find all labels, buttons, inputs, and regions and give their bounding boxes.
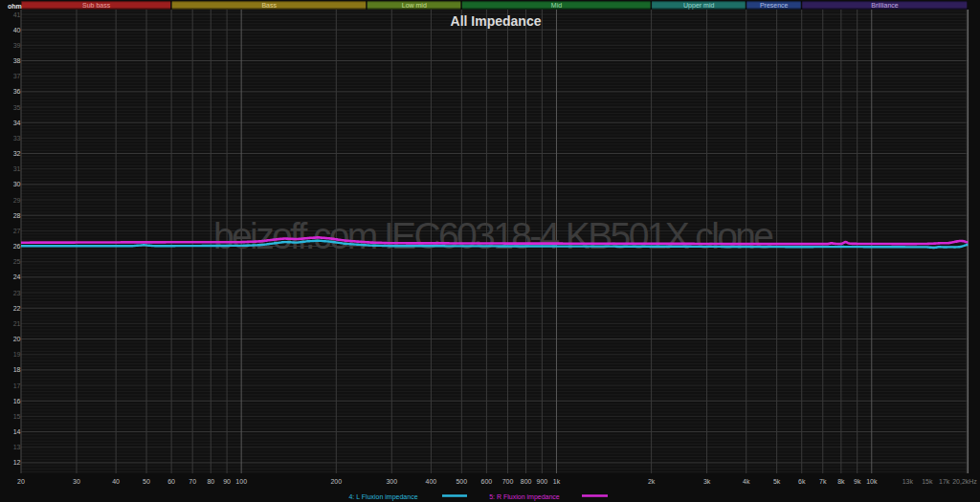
svg-text:9k: 9k [854, 478, 861, 485]
svg-text:All Impedance: All Impedance [451, 13, 542, 29]
svg-text:38: 38 [13, 57, 21, 64]
svg-text:17k: 17k [939, 478, 950, 485]
svg-text:14: 14 [13, 428, 21, 435]
svg-text:5: R Fluxion impedance: 5: R Fluxion impedance [489, 493, 560, 501]
svg-text:40: 40 [112, 478, 120, 485]
svg-text:12: 12 [13, 459, 21, 466]
svg-text:26: 26 [13, 243, 21, 250]
svg-text:700: 700 [502, 478, 514, 485]
svg-text:400: 400 [426, 478, 437, 485]
svg-text:5k: 5k [773, 478, 781, 485]
svg-text:2k: 2k [648, 478, 656, 485]
svg-text:80: 80 [207, 478, 214, 485]
svg-text:900: 900 [537, 478, 548, 485]
svg-text:24: 24 [13, 273, 21, 280]
svg-text:27: 27 [13, 228, 21, 234]
svg-text:7k: 7k [819, 478, 827, 485]
svg-text:13: 13 [13, 444, 21, 450]
svg-text:Bass: Bass [261, 2, 277, 9]
svg-text:36: 36 [13, 88, 21, 95]
svg-text:35: 35 [13, 104, 21, 111]
svg-text:13k: 13k [902, 478, 914, 485]
svg-text:37: 37 [13, 73, 21, 79]
svg-text:21: 21 [13, 320, 21, 327]
svg-text:70: 70 [189, 478, 196, 485]
svg-text:3k: 3k [703, 478, 711, 485]
svg-text:19: 19 [13, 351, 21, 358]
svg-text:33: 33 [13, 135, 21, 142]
svg-text:16: 16 [13, 398, 21, 404]
svg-text:31: 31 [13, 165, 21, 172]
svg-text:32: 32 [13, 150, 21, 157]
svg-text:41: 41 [13, 11, 21, 18]
svg-text:20,2kHz: 20,2kHz [952, 478, 977, 485]
svg-text:17: 17 [13, 382, 21, 389]
svg-text:34: 34 [13, 120, 21, 126]
svg-text:600: 600 [481, 478, 493, 485]
svg-text:500: 500 [456, 478, 467, 485]
svg-text:200: 200 [330, 478, 342, 485]
svg-text:25: 25 [13, 258, 21, 265]
svg-text:4k: 4k [743, 478, 750, 485]
svg-text:800: 800 [521, 478, 532, 485]
svg-text:23: 23 [13, 290, 21, 296]
svg-text:28: 28 [13, 212, 21, 219]
svg-text:22: 22 [13, 305, 21, 312]
svg-text:39: 39 [13, 42, 21, 49]
svg-text:10k: 10k [866, 478, 878, 485]
svg-text:60: 60 [167, 478, 175, 485]
svg-text:50: 50 [143, 478, 150, 485]
svg-text:Presence: Presence [760, 2, 789, 9]
svg-text:15: 15 [13, 413, 21, 420]
svg-text:90: 90 [223, 478, 231, 485]
svg-text:Low mid: Low mid [402, 2, 427, 9]
svg-text:300: 300 [386, 478, 397, 485]
svg-text:8k: 8k [837, 478, 845, 485]
svg-text:Sub bass: Sub bass [82, 2, 111, 9]
svg-text:100: 100 [235, 478, 247, 485]
svg-text:4: L Fluxion impedance: 4: L Fluxion impedance [348, 493, 417, 501]
svg-text:30: 30 [73, 478, 80, 485]
svg-text:20: 20 [13, 336, 21, 342]
svg-text:30: 30 [13, 181, 21, 187]
svg-text:beizoff.com IEC60318-4 KB501X: beizoff.com IEC60318-4 KB501X clone [213, 215, 774, 256]
svg-text:Brilliance: Brilliance [871, 2, 899, 9]
svg-text:29: 29 [13, 197, 21, 204]
svg-text:1k: 1k [553, 478, 561, 485]
svg-text:ohm: ohm [8, 3, 22, 10]
svg-text:20: 20 [17, 478, 25, 485]
svg-text:15k: 15k [922, 478, 933, 485]
svg-text:40: 40 [13, 27, 21, 33]
svg-text:6k: 6k [798, 478, 806, 485]
svg-text:18: 18 [13, 366, 21, 373]
svg-text:Mid: Mid [551, 2, 562, 9]
